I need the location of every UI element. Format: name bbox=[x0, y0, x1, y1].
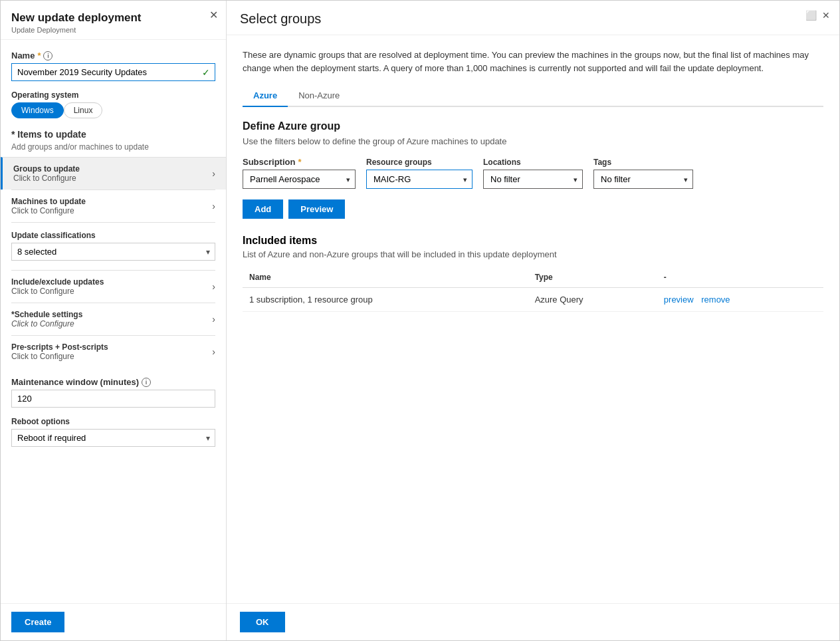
row-type: Azure Query bbox=[528, 288, 657, 312]
info-text: These are dynamic groups that are resolv… bbox=[243, 49, 823, 74]
tags-filter-group: Tags No filter ▾ bbox=[593, 158, 693, 189]
col-name-header: Name bbox=[243, 267, 528, 288]
resource-group-filter-label: Resource groups bbox=[366, 158, 472, 167]
maintenance-input[interactable] bbox=[11, 390, 215, 408]
reboot-label: Reboot options bbox=[11, 417, 215, 426]
subscription-select-wrapper: Parnell Aerospace ▾ bbox=[243, 170, 356, 189]
schedule-settings-item[interactable]: *Schedule settings Click to Configure › bbox=[11, 303, 215, 335]
tags-select[interactable]: No filter bbox=[593, 170, 693, 189]
location-select-wrapper: No filter ▾ bbox=[483, 170, 583, 189]
name-field-group: Name * i ✓ bbox=[11, 51, 215, 81]
groups-to-update-item[interactable]: Groups to update Click to Configure › bbox=[1, 157, 226, 190]
subscription-filter-group: Subscription * Parnell Aerospace ▾ bbox=[243, 157, 356, 189]
name-info-icon[interactable]: i bbox=[43, 51, 52, 61]
right-body: These are dynamic groups that are resolv… bbox=[227, 35, 839, 603]
subscription-required-star: * bbox=[298, 157, 301, 167]
left-header: New update deployment Update Deployment … bbox=[1, 1, 226, 40]
pre-post-sub: Click to Configure bbox=[11, 352, 108, 361]
pre-post-label: Pre-scripts + Post-scripts bbox=[11, 342, 108, 352]
tags-filter-label: Tags bbox=[593, 158, 693, 167]
os-windows-button[interactable]: Windows bbox=[11, 102, 64, 118]
groups-to-update-label: Groups to update bbox=[13, 164, 80, 174]
right-header: Select groups ⬜ ✕ bbox=[227, 1, 839, 35]
right-close-button[interactable]: ✕ bbox=[822, 10, 830, 21]
row-actions: preview remove bbox=[657, 288, 823, 312]
items-to-update-section: * Items to update Add groups and/or mach… bbox=[11, 129, 215, 223]
included-title: Included items bbox=[243, 235, 823, 247]
col-type-header: Type bbox=[528, 267, 657, 288]
add-button[interactable]: Add bbox=[243, 199, 283, 219]
panel-subtitle: Update Deployment bbox=[11, 26, 215, 34]
create-button[interactable]: Create bbox=[11, 612, 64, 632]
os-linux-button[interactable]: Linux bbox=[64, 102, 103, 118]
maintenance-group: Maintenance window (minutes) i bbox=[11, 377, 215, 408]
items-section-title: * Items to update bbox=[11, 129, 215, 140]
left-body: Name * i ✓ Operating system Windows Linu… bbox=[1, 40, 226, 603]
reboot-select-wrapper: Reboot if required Never reboot Always r… bbox=[11, 429, 215, 447]
include-exclude-sub: Click to Configure bbox=[11, 287, 104, 296]
pre-post-chevron-icon: › bbox=[212, 346, 215, 357]
ok-button[interactable]: OK bbox=[240, 612, 285, 632]
table-header: Name Type - bbox=[243, 267, 823, 288]
groups-chevron-icon: › bbox=[212, 168, 215, 179]
location-select[interactable]: No filter bbox=[483, 170, 583, 189]
right-panel: Select groups ⬜ ✕ These are dynamic grou… bbox=[227, 1, 839, 640]
remove-link-button[interactable]: remove bbox=[701, 295, 730, 305]
schedule-settings-label: *Schedule settings bbox=[11, 310, 82, 319]
name-input[interactable] bbox=[11, 63, 215, 81]
preview-button[interactable]: Preview bbox=[288, 199, 345, 219]
right-footer: OK bbox=[227, 603, 839, 640]
machines-to-update-item[interactable]: Machines to update Click to Configure › bbox=[11, 190, 215, 223]
maintenance-label: Maintenance window (minutes) i bbox=[11, 377, 215, 387]
machines-chevron-icon: › bbox=[212, 201, 215, 211]
define-group-desc: Use the filters below to define the grou… bbox=[243, 136, 823, 146]
tab-azure[interactable]: Azure bbox=[243, 85, 288, 107]
left-panel: New update deployment Update Deployment … bbox=[1, 1, 227, 640]
groups-to-update-sub: Click to Configure bbox=[13, 174, 80, 183]
include-exclude-left: Include/exclude updates Click to Configu… bbox=[11, 277, 104, 296]
subscription-select[interactable]: Parnell Aerospace bbox=[243, 170, 356, 189]
tabs: Azure Non-Azure bbox=[243, 85, 823, 107]
table-row: 1 subscription, 1 resource group Azure Q… bbox=[243, 288, 823, 312]
row-name: 1 subscription, 1 resource group bbox=[243, 288, 528, 312]
resource-group-select-wrapper: MAIC-RG ▾ bbox=[366, 170, 472, 189]
included-table: Name Type - 1 subscription, 1 resource g… bbox=[243, 267, 823, 312]
left-close-button[interactable]: ✕ bbox=[209, 9, 218, 21]
window-controls: ⬜ ✕ bbox=[805, 10, 830, 21]
maintenance-info-icon[interactable]: i bbox=[142, 378, 151, 387]
tab-non-azure[interactable]: Non-Azure bbox=[288, 85, 350, 107]
name-label: Name * i bbox=[11, 51, 215, 61]
schedule-settings-sub: Click to Configure bbox=[11, 319, 82, 328]
right-panel-title: Select groups bbox=[240, 11, 826, 27]
schedule-settings-left: *Schedule settings Click to Configure bbox=[11, 310, 82, 328]
action-row: Add Preview bbox=[243, 199, 823, 219]
os-label: Operating system bbox=[11, 90, 215, 100]
pre-post-scripts-item[interactable]: Pre-scripts + Post-scripts Click to Conf… bbox=[11, 335, 215, 368]
included-desc: List of Azure and non-Azure groups that … bbox=[243, 249, 823, 259]
filter-row: Subscription * Parnell Aerospace ▾ Resou… bbox=[243, 157, 823, 189]
name-check-icon: ✓ bbox=[202, 67, 210, 78]
location-filter-group: Locations No filter ▾ bbox=[483, 158, 583, 189]
include-exclude-label: Include/exclude updates bbox=[11, 277, 104, 287]
col-dash-header: - bbox=[657, 267, 823, 288]
subscription-filter-label: Subscription * bbox=[243, 157, 356, 167]
name-input-wrapper: ✓ bbox=[11, 63, 215, 81]
schedule-chevron-icon: › bbox=[212, 314, 215, 324]
update-class-label: Update classifications bbox=[11, 231, 215, 240]
os-field-group: Operating system Windows Linux bbox=[11, 90, 215, 118]
update-class-select[interactable]: 8 selected bbox=[11, 243, 215, 261]
update-class-group: Update classifications 8 selected ▾ bbox=[11, 231, 215, 261]
include-exclude-item[interactable]: Include/exclude updates Click to Configu… bbox=[11, 270, 215, 303]
resource-group-select[interactable]: MAIC-RG bbox=[366, 170, 472, 189]
include-exclude-chevron-icon: › bbox=[212, 281, 215, 292]
tags-select-wrapper: No filter ▾ bbox=[593, 170, 693, 189]
preview-link-button[interactable]: preview bbox=[664, 295, 694, 305]
items-section-subtitle: Add groups and/or machines to update bbox=[11, 142, 215, 152]
name-required-star: * bbox=[37, 51, 41, 61]
maximize-button[interactable]: ⬜ bbox=[805, 10, 817, 21]
reboot-select[interactable]: Reboot if required Never reboot Always r… bbox=[11, 429, 215, 447]
update-class-select-wrapper: 8 selected ▾ bbox=[11, 243, 215, 261]
machines-to-update-sub: Click to Configure bbox=[11, 206, 86, 215]
reboot-group: Reboot options Reboot if required Never … bbox=[11, 417, 215, 447]
machines-to-update-left: Machines to update Click to Configure bbox=[11, 197, 86, 215]
